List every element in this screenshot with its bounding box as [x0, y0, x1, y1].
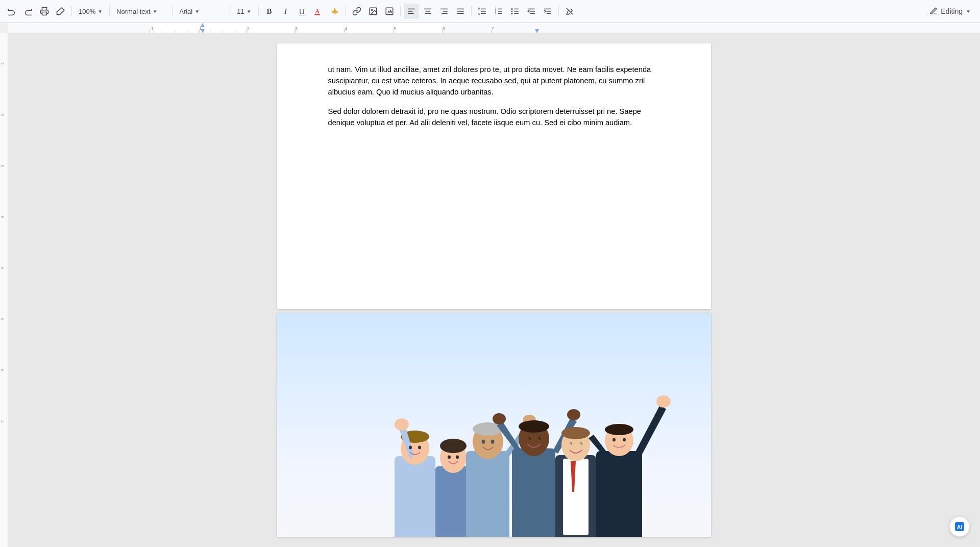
- divider-4: [230, 6, 230, 16]
- bold-button[interactable]: B: [262, 4, 277, 19]
- font-selector[interactable]: Arial ▼: [176, 4, 227, 19]
- undo-icon: [7, 7, 16, 16]
- underline-icon: U: [299, 7, 305, 16]
- decreaseindent-button[interactable]: [524, 4, 539, 19]
- toolbar: 100% ▼ Normal text ▼ Arial ▼ 11 ▼ B I U …: [0, 0, 980, 23]
- page-2[interactable]: [277, 313, 711, 537]
- zoom-chevron: ▼: [97, 9, 103, 14]
- svg-point-97: [491, 440, 494, 444]
- paragraph-1[interactable]: ut nam. Vim ut illud ancillae, amet zril…: [328, 64, 660, 98]
- document-area[interactable]: ut nam. Vim ut illud ancillae, amet zril…: [8, 33, 980, 547]
- divider-1: [71, 6, 72, 16]
- align-center-icon: [423, 7, 432, 16]
- svg-point-6: [371, 9, 372, 10]
- bulletlist-icon: [510, 7, 520, 16]
- style-chevron: ▼: [153, 9, 158, 14]
- divider-5: [258, 6, 259, 16]
- svg-point-91: [456, 456, 459, 459]
- svg-point-89: [440, 439, 467, 453]
- divider-7: [400, 6, 401, 16]
- svg-text:6: 6: [0, 369, 5, 371]
- font-value: Arial: [179, 8, 192, 15]
- divider-2: [109, 6, 110, 16]
- increaseindent-button[interactable]: [540, 4, 555, 19]
- svg-text:3: 3: [0, 216, 5, 218]
- decreaseindent-icon: [527, 7, 536, 16]
- paragraph-2[interactable]: Sed dolor dolorem detraxit id, pro ne qu…: [328, 106, 660, 128]
- paintformat-icon: [56, 7, 65, 16]
- print-button[interactable]: [37, 4, 52, 19]
- svg-point-84: [395, 418, 409, 431]
- svg-rect-81: [395, 456, 435, 537]
- clearformatting-button[interactable]: [562, 4, 577, 19]
- underline-button[interactable]: U: [295, 4, 310, 19]
- svg-point-102: [567, 409, 580, 420]
- align-left-button[interactable]: [404, 4, 419, 19]
- highlight-button[interactable]: [327, 4, 342, 19]
- fontsize-chevron: ▼: [247, 9, 252, 14]
- align-center-button[interactable]: [420, 4, 435, 19]
- svg-rect-3: [332, 11, 338, 13]
- svg-text:5: 5: [394, 26, 396, 31]
- svg-point-111: [656, 395, 671, 408]
- fontsize-value: 11: [237, 8, 244, 15]
- svg-point-33: [511, 11, 512, 12]
- zoom-selector[interactable]: 100% ▼: [75, 4, 106, 19]
- insertdrawing-icon: [385, 7, 394, 16]
- svg-point-112: [612, 438, 616, 442]
- svg-text:2: 2: [0, 164, 5, 167]
- svg-point-90: [448, 456, 451, 459]
- ai-icon: AI: [953, 520, 966, 533]
- svg-text:2: 2: [247, 26, 250, 31]
- linespacing-button[interactable]: [475, 4, 490, 19]
- bulletlist-button[interactable]: [507, 4, 523, 19]
- svg-rect-7: [386, 8, 393, 15]
- undo-button[interactable]: [4, 4, 19, 19]
- ai-assistant-button[interactable]: AI: [949, 516, 970, 537]
- insertimage-icon: [369, 7, 378, 16]
- paintformat-button[interactable]: [53, 4, 68, 19]
- insertdrawing-button[interactable]: [382, 4, 397, 19]
- print-icon: [40, 7, 49, 16]
- svg-text:1: 1: [199, 26, 202, 31]
- svg-rect-104: [563, 459, 589, 535]
- svg-text:-1: -1: [150, 26, 154, 31]
- svg-rect-98: [512, 448, 555, 537]
- svg-point-32: [511, 8, 512, 10]
- svg-text:6: 6: [443, 26, 445, 31]
- editing-label: Editing: [941, 7, 963, 15]
- insertimage-button[interactable]: [365, 4, 381, 19]
- bold-icon: B: [267, 7, 272, 16]
- svg-point-101: [493, 413, 506, 424]
- fontsize-selector[interactable]: 11 ▼: [233, 4, 255, 19]
- zoom-value: 100%: [79, 8, 95, 15]
- editing-pencil-icon: [929, 7, 938, 15]
- page-1-content[interactable]: ut nam. Vim ut illud ancillae, amet zril…: [328, 64, 660, 128]
- italic-button[interactable]: I: [278, 4, 293, 19]
- svg-point-100: [519, 420, 549, 433]
- svg-text:1: 1: [0, 113, 5, 116]
- svg-point-34: [511, 13, 512, 14]
- svg-text:-1: -1: [0, 62, 5, 66]
- align-right-button[interactable]: [436, 4, 452, 19]
- align-justify-button[interactable]: [453, 4, 468, 19]
- align-justify-icon: [456, 7, 465, 16]
- link-button[interactable]: [349, 4, 364, 19]
- svg-rect-108: [596, 451, 642, 537]
- svg-point-96: [481, 440, 485, 444]
- redo-button[interactable]: [20, 4, 36, 19]
- align-right-icon: [439, 7, 449, 16]
- svg-text:A: A: [315, 8, 320, 15]
- page-1: ut nam. Vim ut illud ancillae, amet zril…: [277, 43, 711, 309]
- italic-icon: I: [284, 7, 287, 16]
- svg-rect-0: [42, 12, 47, 15]
- svg-text:4: 4: [345, 26, 347, 31]
- svg-text:3.: 3.: [495, 12, 497, 15]
- svg-point-85: [409, 446, 412, 449]
- numberedlist-button[interactable]: 1. 2. 3.: [491, 4, 506, 19]
- editing-mode-button[interactable]: Editing ▼: [924, 3, 976, 19]
- style-selector[interactable]: Normal text ▼: [113, 4, 169, 19]
- textcolor-button[interactable]: A: [311, 4, 326, 19]
- link-icon: [352, 7, 361, 16]
- vertical-ruler: -1 1 2 3 4 5 6 7: [0, 33, 8, 547]
